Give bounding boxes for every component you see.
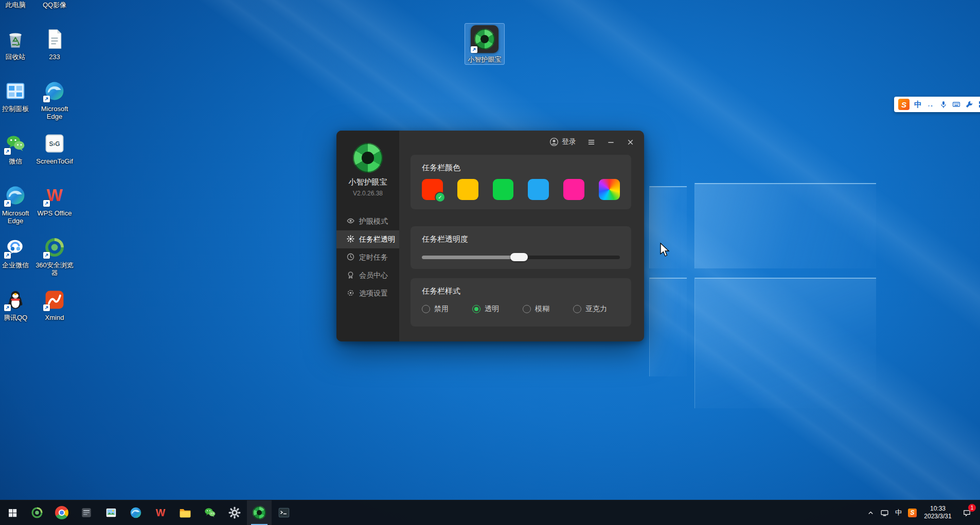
color-swatch-magenta[interactable] [563, 179, 584, 200]
nav-item-taskbar-transparent[interactable]: 任务栏透明 [336, 230, 399, 248]
app-window-xiaozhi-eyecare: 小智护眼宝 V2.0.26.38 护眼模式 任务栏透明 定时任务 会员中心 选项… [336, 131, 644, 341]
ime-mic-icon[interactable] [939, 100, 948, 108]
action-center-icon[interactable]: 1 [956, 500, 977, 525]
shortcut-arrow-icon [43, 304, 50, 311]
taskbar-app-360-safe[interactable] [25, 500, 49, 525]
style-option-transparent[interactable]: 透明 [472, 304, 499, 314]
app-main: 登录 任务栏颜色 ✓ 任务栏透明度 [399, 131, 644, 341]
minimize-button[interactable] [606, 137, 615, 147]
taskbar-app-eyecare[interactable] [247, 500, 272, 525]
app-icon [4, 132, 27, 155]
style-option-label: 透明 [485, 304, 499, 314]
taskbar-app-wechat[interactable] [198, 500, 222, 525]
taskbar-app-terminal[interactable] [272, 500, 296, 525]
ime-punctuation-icon[interactable]: ，。 [926, 101, 935, 108]
sogou-ime-bar[interactable]: S 中 ，。 [894, 97, 980, 112]
opacity-slider[interactable] [422, 253, 620, 261]
desktop-icon-doc-233[interactable]: 233 [35, 26, 74, 62]
desktop-icon-control-panel[interactable]: 控制面板 [0, 78, 35, 114]
desktop-icon-screentogif[interactable]: S›G ScreenToGif [35, 131, 74, 166]
taskbar-app-browser-colorful[interactable] [49, 500, 74, 525]
nav-label: 护眼模式 [359, 217, 388, 226]
taskbar-app-file-explorer[interactable] [173, 500, 198, 525]
tray-display-icon[interactable] [878, 500, 892, 525]
shortcut-arrow-icon [43, 252, 50, 259]
ime-grid-icon[interactable] [978, 100, 980, 108]
app-icon [4, 288, 27, 312]
radio-icon [523, 305, 531, 313]
desktop-icon-360-browser[interactable]: 360安全浏览器 [35, 234, 74, 278]
taskbar-app-edge[interactable] [123, 500, 148, 525]
nav-label: 定时任务 [359, 253, 388, 262]
tray-ime-lang[interactable]: 中 [892, 500, 905, 525]
shortcut-arrow-icon [4, 304, 11, 311]
desktop-icon-ms-edge-2[interactable]: Microsoft Edge [0, 183, 35, 226]
tray-time: 10:33 [919, 505, 956, 513]
nav-item-member-center[interactable]: 会员中心 [336, 266, 399, 284]
taskbar-app-start[interactable] [0, 500, 25, 525]
nav-label: 任务栏透明 [359, 235, 395, 244]
color-swatch-yellow[interactable] [457, 179, 478, 200]
ime-keyboard-icon[interactable] [952, 100, 960, 108]
desktop-icon-label: 360安全浏览器 [35, 261, 74, 277]
style-option-disabled[interactable]: 禁用 [422, 304, 449, 314]
nav-item-scheduled-tasks[interactable]: 定时任务 [336, 248, 399, 266]
shortcut-arrow-icon [4, 148, 11, 155]
style-option-label: 模糊 [535, 304, 549, 314]
safe360-icon [30, 506, 44, 519]
taskbar-app-settings[interactable] [222, 500, 247, 525]
desktop-icon-wecom[interactable]: 企业微信 [0, 234, 35, 270]
desktop-icon-recycle-bin[interactable]: 回收站 [0, 26, 35, 62]
desktop-icon-this-pc[interactable]: 此电脑 [0, 0, 35, 10]
shortcut-arrow-icon [471, 46, 477, 53]
desktop-icon-xmind[interactable]: Xmind [35, 287, 74, 322]
nav-label: 选项设置 [359, 289, 388, 298]
desktop-icon-label: 控制面板 [2, 105, 29, 113]
app-icon [43, 79, 66, 103]
style-option-label: 亚克力 [585, 304, 607, 314]
taskbar-opacity-section: 任务栏透明度 [411, 226, 631, 269]
desktop-icon-ms-edge-1[interactable]: Microsoft Edge [35, 78, 74, 121]
nav-label: 会员中心 [359, 271, 388, 280]
tray-sogou-icon[interactable]: S [905, 500, 919, 525]
desktop-icon-label: 此电脑 [6, 1, 26, 9]
desktop-icon-qq-image[interactable]: QQ影像 [35, 0, 74, 10]
style-option-blur[interactable]: 模糊 [523, 304, 549, 314]
taskbar-app-wps[interactable]: W [148, 500, 173, 525]
notification-badge: 1 [968, 504, 976, 512]
tray-clock[interactable]: 10:33 2023/3/31 [919, 505, 956, 520]
app-icon: W [43, 184, 66, 207]
app-name: 小智护眼宝 [349, 177, 387, 187]
color-swatch-red[interactable]: ✓ [422, 179, 443, 200]
nav-item-option-settings[interactable]: 选项设置 [336, 284, 399, 302]
tray-date: 2023/3/31 [919, 513, 956, 520]
taskbar-app-dark-app[interactable] [74, 500, 99, 525]
opacity-slider-thumb[interactable] [510, 253, 528, 261]
desktop-icon-eyecare[interactable]: 小智护眼宝 [465, 24, 504, 64]
sogou-logo-icon[interactable]: S [898, 99, 910, 110]
app-titlebar: 登录 [399, 131, 644, 153]
desktop-icon-label: Microsoft Edge [0, 209, 35, 225]
color-swatch-blue[interactable] [528, 179, 549, 200]
login-button[interactable]: 登录 [549, 137, 576, 147]
menu-button[interactable] [586, 137, 596, 147]
taskbar-app-photos[interactable] [99, 500, 123, 525]
color-swatch-green[interactable] [493, 179, 514, 200]
desktop-icon-wechat[interactable]: 微信 [0, 131, 35, 166]
desktop-icon-label: QQ影像 [43, 1, 66, 9]
desktop-icon-tencent-qq[interactable]: 腾讯QQ [0, 287, 35, 322]
tray-chevron-up-icon[interactable] [864, 500, 878, 525]
nav-clock-icon [347, 253, 354, 262]
color-swatch-row: ✓ [422, 179, 620, 200]
user-icon [549, 137, 559, 147]
nav-gear-icon [347, 289, 354, 298]
desktop-icon-wps-office[interactable]: W WPS Office [35, 183, 74, 218]
taskbar-color-title: 任务栏颜色 [422, 155, 620, 173]
color-swatch-rainbow[interactable] [599, 179, 620, 200]
desktop: 此电脑 QQ影像 回收站 233 控制面板 Microsoft Edge 微信 … [0, 0, 980, 525]
ime-lang-mode[interactable]: 中 [914, 100, 922, 110]
style-option-acrylic[interactable]: 亚克力 [573, 304, 607, 314]
nav-item-eye-mode[interactable]: 护眼模式 [336, 212, 399, 230]
ime-toolbox-icon[interactable] [965, 100, 973, 108]
close-button[interactable] [626, 137, 635, 147]
